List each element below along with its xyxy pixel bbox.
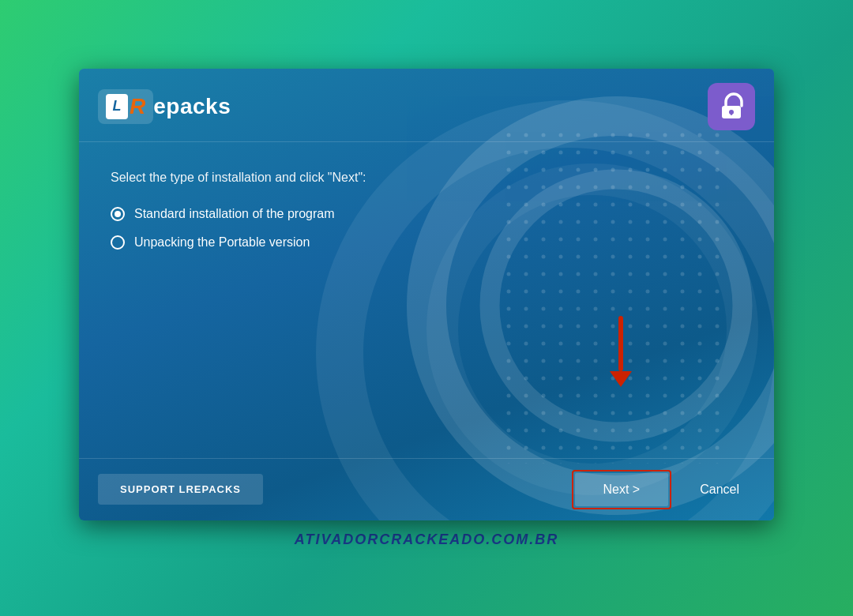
watermark-text: ATIVADORCRACKEADO.COM.BR — [295, 531, 558, 547]
brand-name: epacks — [153, 94, 231, 119]
radio-item-standard[interactable]: Standard installation of the program — [111, 207, 742, 221]
header: L R epacks — [79, 69, 774, 142]
radio-item-portable[interactable]: Unpacking the Portable version — [111, 235, 742, 250]
radio-portable-label: Unpacking the Portable version — [134, 235, 310, 250]
arrow-annotation — [610, 316, 632, 387]
radio-portable-outer — [111, 235, 125, 250]
next-button-wrapper: Next > — [572, 470, 672, 509]
radio-standard-label: Standard installation of the program — [134, 207, 334, 221]
lock-icon-box — [708, 83, 755, 130]
arrow-head — [610, 371, 632, 387]
logo-box: L R — [98, 89, 153, 124]
radio-group: Standard installation of the program Unp… — [111, 207, 742, 250]
footer-right: Next > Cancel — [572, 470, 756, 509]
instruction-text: Select the type of installation and clic… — [111, 171, 742, 185]
cancel-button[interactable]: Cancel — [684, 473, 755, 506]
svg-rect-6 — [731, 112, 732, 115]
radio-standard-outer — [111, 207, 125, 221]
arrow-shaft — [618, 316, 623, 371]
installer-window: L R epacks Select the type of installati… — [79, 69, 774, 520]
watermark: ATIVADORCRACKEADO.COM.BR — [295, 531, 558, 548]
outer-wrapper: L R epacks Select the type of installati… — [71, 69, 782, 548]
logo-r-letter: R — [130, 94, 145, 119]
lock-icon — [717, 92, 746, 121]
content-area: Select the type of installation and clic… — [79, 142, 774, 458]
radio-standard-inner — [115, 211, 121, 217]
arrow-down — [610, 316, 632, 387]
next-button[interactable]: Next > — [575, 473, 669, 506]
logo-area: L R epacks — [98, 89, 231, 124]
support-button[interactable]: SUPPORT LREPACKS — [98, 474, 263, 505]
footer: SUPPORT LREPACKS Next > Cancel — [79, 458, 774, 520]
logo-l-box: L — [106, 94, 128, 119]
